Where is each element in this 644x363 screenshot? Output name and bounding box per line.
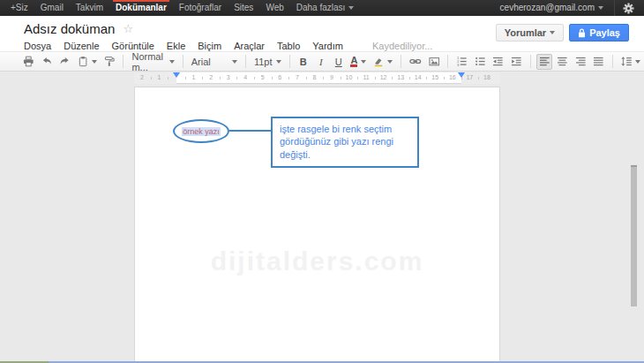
account-email-menu[interactable]: cevherozan@gmail.com xyxy=(493,0,610,16)
justify-button[interactable] xyxy=(590,54,607,70)
align-left-button[interactable] xyxy=(536,54,553,70)
chevron-down-icon xyxy=(92,60,97,64)
left-indent-marker[interactable] xyxy=(173,72,180,78)
ruler-tick xyxy=(426,77,427,79)
ruler-tick xyxy=(357,77,358,79)
chevron-down-icon xyxy=(232,60,237,64)
ruler-tick xyxy=(341,77,341,79)
chevron-down-icon xyxy=(598,6,603,10)
insert-image-button[interactable] xyxy=(426,54,443,70)
share-button[interactable]: Paylaş xyxy=(569,24,629,42)
highlighter-icon xyxy=(373,56,384,67)
ruler-number: 2 xyxy=(206,74,215,80)
font-family-select[interactable]: Arial xyxy=(188,54,241,70)
chevron-down-icon xyxy=(361,60,366,64)
toolbar-divider xyxy=(447,55,448,68)
ruler-number: 15 xyxy=(431,74,439,80)
google-nav-siz[interactable]: +Siz xyxy=(4,0,34,16)
bold-button[interactable]: B xyxy=(296,54,311,70)
callout-text: işte rasgele bi renk seçtim gördüğünüz g… xyxy=(280,123,410,161)
vertical-scrollbar[interactable] xyxy=(631,165,637,363)
font-size-select[interactable]: 11pt xyxy=(251,54,285,70)
save-status: Kaydediliyor... xyxy=(372,41,432,51)
chevron-down-icon xyxy=(169,60,175,64)
ruler-number: 1 xyxy=(154,74,163,80)
ruler-tick xyxy=(202,77,203,79)
ruler-number: 12 xyxy=(379,74,388,80)
toolbar-divider xyxy=(530,55,531,68)
print-button[interactable] xyxy=(20,54,37,70)
toolbar-divider xyxy=(123,55,124,68)
ruler-number: 6 xyxy=(275,74,284,80)
ruler-number: 7 xyxy=(293,74,302,80)
text-color-button[interactable]: A xyxy=(348,54,369,70)
ruler-tick xyxy=(151,77,152,79)
comments-button[interactable]: Yorumlar xyxy=(496,24,564,42)
underline-button[interactable]: U xyxy=(331,54,347,70)
google-nav-dokumanlar[interactable]: Dokümanlar xyxy=(109,0,173,16)
right-indent-marker[interactable] xyxy=(458,72,465,78)
ruler-number: 18 xyxy=(483,74,491,80)
highlight-color-button[interactable] xyxy=(371,54,395,70)
google-bar: +SizGmailTakvimDokümanlarFotoğraflarSite… xyxy=(0,0,644,16)
annotation-connector-line xyxy=(229,130,271,132)
italic-button[interactable]: I xyxy=(313,54,329,70)
chevron-down-icon xyxy=(348,6,354,10)
web-clipboard-button[interactable] xyxy=(75,54,100,70)
ruler: 21123456789101112131415161718 xyxy=(134,72,500,84)
google-bar-right: cevherozan@gmail.com xyxy=(493,0,644,16)
paint-format-button[interactable] xyxy=(101,54,118,70)
svg-text:3: 3 xyxy=(457,63,460,67)
bullet-list-button[interactable] xyxy=(472,54,489,70)
comments-button-label: Yorumlar xyxy=(505,27,546,38)
ruler-tick xyxy=(409,77,410,79)
paragraph-style-select[interactable]: Normal m... xyxy=(128,54,177,70)
numbered-list-button[interactable]: 123 xyxy=(453,54,470,70)
sample-text: örnek yazı xyxy=(182,127,221,136)
formatting-toolbar: Normal m... Arial 11pt B I U A xyxy=(0,51,644,72)
decrease-indent-button[interactable] xyxy=(490,54,506,70)
header-buttons: Yorumlar Paylaş xyxy=(496,24,629,42)
google-nav-daha-fazlasi[interactable]: Daha fazlası xyxy=(290,0,361,16)
insert-link-button[interactable] xyxy=(407,54,424,70)
ruler-number: 5 xyxy=(258,74,267,80)
google-nav-fotograflar[interactable]: Fotoğraflar xyxy=(173,0,228,16)
ruler-number: 16 xyxy=(448,74,457,80)
align-center-button[interactable] xyxy=(554,54,571,70)
document-title[interactable]: Adsız doküman xyxy=(24,21,115,36)
ruler-tick xyxy=(478,77,479,79)
ruler-tick xyxy=(168,77,168,79)
gear-icon[interactable] xyxy=(618,3,639,14)
redo-button[interactable] xyxy=(56,54,73,70)
ruler-number: 11 xyxy=(362,74,371,80)
lock-icon xyxy=(578,28,586,38)
annotation-ellipse: örnek yazı xyxy=(173,119,229,143)
line-spacing-button[interactable] xyxy=(618,54,643,70)
annotation-callout-box: işte rasgele bi renk seçtim gördüğünüz g… xyxy=(271,117,419,168)
topbar-divider xyxy=(614,0,615,16)
toolbar-divider xyxy=(183,55,183,68)
ruler-tick xyxy=(392,77,393,79)
account-email-label: cevherozan@gmail.com xyxy=(500,3,595,12)
toolbar-divider xyxy=(289,55,290,68)
star-icon[interactable]: ☆ xyxy=(123,23,133,34)
undo-button[interactable] xyxy=(39,54,56,70)
paragraph-style-value: Normal m... xyxy=(131,51,165,72)
ruler-tick xyxy=(236,77,237,79)
google-nav-gmail[interactable]: Gmail xyxy=(34,0,70,16)
google-nav-web[interactable]: Web xyxy=(259,0,289,16)
increase-indent-button[interactable] xyxy=(508,54,525,70)
scrollbar-thumb[interactable] xyxy=(631,165,637,306)
ruler-number: 17 xyxy=(465,74,474,80)
toolbar-divider xyxy=(245,55,246,68)
chevron-down-icon xyxy=(550,31,555,34)
ruler-tick xyxy=(375,77,376,79)
google-nav-sites[interactable]: Sites xyxy=(228,0,259,16)
ruler-tick xyxy=(288,77,289,79)
document-page[interactable]: dijitalders.com örnek yazı işte rasgele … xyxy=(134,87,500,363)
toolbar-divider xyxy=(401,55,401,68)
share-button-label: Paylaş xyxy=(589,27,620,38)
align-right-button[interactable] xyxy=(573,54,589,70)
text-color-icon: A xyxy=(350,56,357,67)
google-nav-takvim[interactable]: Takvim xyxy=(70,0,109,16)
